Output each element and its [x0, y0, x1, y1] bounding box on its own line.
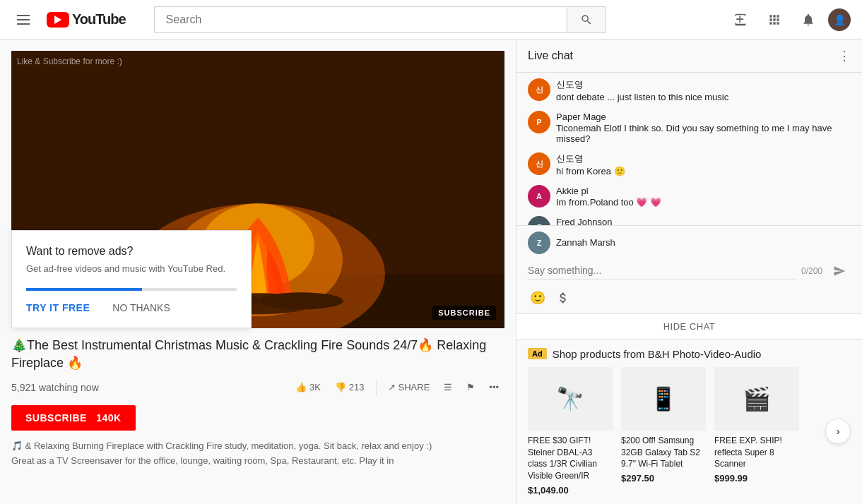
- like-count: 3K: [309, 382, 321, 392]
- chat-input-row: 0/200: [528, 260, 851, 282]
- product-name: FREE $30 GIFT! Steiner DBAL-A3 class 1/3…: [528, 435, 613, 482]
- try-free-button[interactable]: TRY IT FREE: [26, 302, 90, 313]
- chat-input-area: Z Zannah Marsh 0/200 🙂: [516, 225, 862, 313]
- avatar[interactable]: 👤: [828, 8, 851, 31]
- dislike-button[interactable]: 👎 213: [329, 378, 370, 397]
- like-icon: 👍: [295, 382, 307, 392]
- hide-chat-button[interactable]: HIDE CHAT: [516, 313, 862, 339]
- like-button[interactable]: 👍 3K: [290, 378, 326, 397]
- product-price: $999.99: [714, 473, 799, 484]
- share-label: SHARE: [398, 382, 430, 392]
- ad-popup-title: Want to remove ads?: [26, 245, 237, 258]
- progress-bar: [26, 288, 237, 291]
- ad-section: Ad Shop products from B&H Photo-Video-Au…: [516, 339, 862, 504]
- chat-content: 신도영 dont debate ... just listen to this …: [556, 78, 851, 102]
- apps-button[interactable]: [760, 6, 789, 34]
- subscribe-button[interactable]: SUBSCRIBE 140K: [11, 405, 136, 431]
- share-button[interactable]: ↗ SHARE: [382, 378, 436, 397]
- char-count: 0/200: [801, 266, 822, 276]
- dislike-icon: 👎: [335, 382, 346, 392]
- ad-popup: Want to remove ads? Get ad-free videos a…: [11, 230, 252, 328]
- chat-avatar: P: [528, 111, 550, 133]
- currency-button[interactable]: [553, 288, 573, 308]
- ad-popup-actions: TRY IT FREE NO THANKS: [26, 302, 237, 313]
- upload-button[interactable]: [726, 6, 755, 34]
- more-icon: •••: [489, 382, 499, 392]
- product-price: $297.50: [621, 473, 706, 484]
- chat-content: Akkie pl Im from.Poland too 💗 💗: [556, 185, 851, 208]
- progress-fill: [26, 288, 142, 291]
- products-carousel: 🔭 FREE $30 GIFT! Steiner DBAL-A3 class 1…: [528, 367, 851, 496]
- chat-text: Im from.Poland too 💗 💗: [556, 197, 851, 208]
- product-item[interactable]: 📱 $200 Off! Samsung 32GB Galaxy Tab S2 9…: [621, 367, 706, 496]
- ad-label: Ad Shop products from B&H Photo-Video-Au…: [528, 348, 851, 360]
- product-image: 🔭: [528, 367, 613, 431]
- search-button[interactable]: [567, 6, 606, 33]
- add-to-button[interactable]: ☰: [438, 378, 458, 397]
- more-button[interactable]: •••: [483, 378, 504, 397]
- chat-username: Fred Johnson: [556, 217, 613, 225]
- product-item[interactable]: 🎬 FREE EXP. SHIP! reflecta Super 8 Scann…: [714, 367, 799, 496]
- search-input[interactable]: [154, 6, 567, 33]
- header: YouTube 👤: [0, 0, 862, 40]
- chat-username: Paper Mage: [556, 112, 606, 122]
- subscribe-count: 140K: [96, 412, 121, 424]
- ad-badge: Ad: [528, 348, 547, 359]
- header-right: 👤: [726, 6, 851, 34]
- chat-avatar: 신: [528, 152, 550, 175]
- chat-username: Akkie pl: [556, 186, 589, 196]
- logo-icon: [47, 12, 69, 28]
- chat-username: 신도영: [556, 153, 584, 164]
- ad-popup-description: Get ad-free videos and music with YouTub…: [26, 263, 237, 274]
- video-section: Like & Subscribe for more :): [0, 40, 516, 504]
- no-thanks-button[interactable]: NO THANKS: [112, 302, 170, 313]
- share-icon: ↗: [388, 382, 396, 392]
- chat-input[interactable]: [528, 262, 796, 280]
- bell-icon: [801, 13, 815, 27]
- chat-toolbar: 🙂: [528, 288, 851, 308]
- chat-avatar: 신: [528, 78, 550, 101]
- send-icon: [833, 265, 846, 277]
- chat-message: F Fred Johnson hi: [528, 216, 851, 225]
- action-separator: [376, 379, 377, 396]
- current-user-avatar: Z: [528, 232, 550, 254]
- carousel-next-button[interactable]: ›: [825, 419, 851, 444]
- chat-content: Fred Johnson hi: [556, 216, 851, 225]
- product-image: 🎬: [714, 367, 799, 431]
- youtube-logo[interactable]: YouTube: [47, 11, 126, 28]
- description-line1: 🎵 & Relaxing Burning Fireplace with Crac…: [11, 439, 504, 454]
- chat-message: 신 신도영 hi from Korea 🙂: [528, 152, 851, 176]
- chat-more-button[interactable]: ⋮: [838, 48, 851, 64]
- chat-messages: 신 신도영 dont debate ... just listen to thi…: [516, 73, 862, 225]
- chat-text: Ticonemah Elotl I think so. Did you say …: [556, 123, 851, 144]
- chat-title: Live chat: [528, 49, 573, 62]
- hamburger-menu[interactable]: [11, 9, 35, 30]
- search-bar: [154, 6, 606, 33]
- description-line2: Great as a TV Screensaver for the office…: [11, 454, 504, 469]
- current-user-name: Zannah Marsh: [556, 237, 615, 248]
- notifications-button[interactable]: [794, 6, 822, 34]
- emoji-button[interactable]: 🙂: [528, 288, 548, 308]
- chat-text: dont debate ... just listen to this nice…: [556, 92, 851, 102]
- dislike-count: 213: [349, 382, 365, 392]
- chat-header: Live chat ⋮: [516, 40, 862, 73]
- video-description: 🎵 & Relaxing Burning Fireplace with Crac…: [11, 439, 504, 469]
- logo-text: YouTube: [72, 11, 126, 28]
- video-actions: 👍 3K 👎 213 ↗ SHARE ☰ ⚑: [290, 378, 504, 397]
- apps-icon: [767, 13, 781, 27]
- video-meta: 5,921 watching now 👍 3K 👎 213 ↗ SHARE ☰: [11, 378, 504, 397]
- flag-button[interactable]: ⚑: [461, 378, 480, 397]
- dollar-icon: [556, 291, 570, 305]
- flag-icon: ⚑: [466, 382, 475, 392]
- chat-avatar: F: [528, 216, 550, 225]
- product-item[interactable]: 🔭 FREE $30 GIFT! Steiner DBAL-A3 class 1…: [528, 367, 613, 496]
- chat-content: Paper Mage Ticonemah Elotl I think so. D…: [556, 111, 851, 144]
- product-name: $200 Off! Samsung 32GB Galaxy Tab S2 9.7…: [621, 435, 706, 470]
- watching-count: 5,921 watching now: [11, 382, 99, 393]
- video-container: Like & Subscribe for more :): [11, 51, 504, 328]
- subscribe-section: SUBSCRIBE 140K: [11, 405, 504, 431]
- ad-store-title: Shop products from B&H Photo-Video-Audio: [553, 348, 762, 360]
- send-button[interactable]: [828, 260, 851, 282]
- chat-content: 신도영 hi from Korea 🙂: [556, 152, 851, 176]
- product-name: FREE EXP. SHIP! reflecta Super 8 Scanner: [714, 435, 799, 470]
